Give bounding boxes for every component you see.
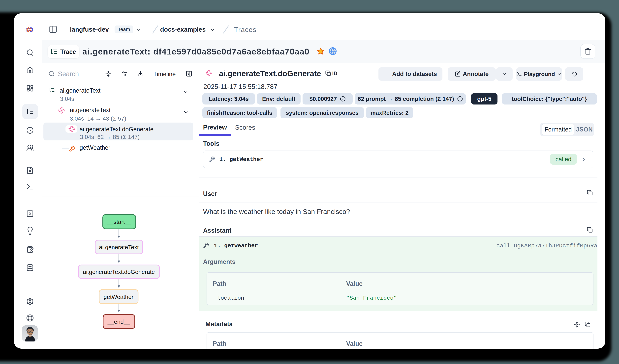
svg-text:ai.generateText.doGenerate: ai.generateText.doGenerate (83, 269, 155, 275)
svg-text:__end__: __end__ (107, 318, 130, 325)
svg-text:getWeather: getWeather (104, 294, 134, 300)
svg-text:ai.generateText: ai.generateText (99, 244, 139, 250)
svg-text:__start__: __start__ (107, 219, 131, 225)
